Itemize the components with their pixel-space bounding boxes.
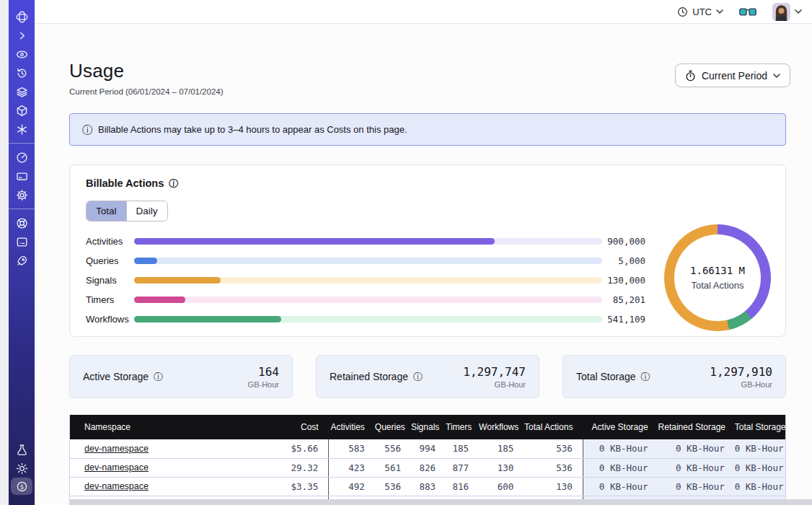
bar-label: Queries — [86, 255, 134, 266]
bar-track — [134, 277, 602, 284]
stopwatch-icon — [685, 70, 696, 82]
table-cell: 0 KB-Hour — [658, 477, 735, 496]
column-header-workflows: Workflows — [479, 415, 524, 439]
storage-summary-row: Active Storageⓘ164GB-HourRetained Storag… — [69, 355, 786, 398]
table-cell: 130 — [524, 477, 583, 496]
table-cell: 883 — [411, 477, 446, 496]
storage-card-value: 1,297,747 — [463, 365, 526, 379]
table-cell: 0 KB-Hour — [583, 439, 658, 458]
column-header-timers: Timers — [446, 415, 479, 439]
credit-card-icon[interactable] — [9, 167, 35, 185]
table-cell: 561 — [375, 458, 411, 477]
storage-card-unit: GB-Hour — [495, 380, 526, 389]
chevron-down-icon — [795, 9, 802, 14]
bar-label: Workflows — [86, 314, 134, 325]
table-cell: 600 — [479, 477, 524, 496]
table-cell: 423 — [329, 458, 375, 477]
clock-icon — [677, 6, 688, 17]
table-row: dev-namespace$3.354925368838166001300 KB… — [70, 477, 785, 496]
table-cell: $3.35 — [283, 477, 329, 496]
gauge-icon[interactable] — [9, 148, 35, 167]
info-icon: ⓘ — [82, 125, 92, 135]
table-cell: 583 — [329, 439, 375, 458]
namespace-cell: dev-namespace — [70, 439, 283, 458]
lifebuoy-icon[interactable] — [9, 214, 35, 232]
gear-icon[interactable] — [9, 185, 35, 204]
page-header: Usage Current Period (06/01/2024 – 07/01… — [69, 60, 224, 96]
table-cell: 826 — [411, 458, 446, 477]
console-icon[interactable] — [9, 232, 35, 251]
chevron-down-icon — [773, 74, 780, 78]
storage-card-active-storage: Active Storageⓘ164GB-Hour — [69, 355, 293, 398]
column-header-retained-storage: Retained Storage — [658, 415, 735, 439]
table-cell: 130 — [479, 458, 524, 477]
cube-icon[interactable] — [9, 101, 35, 120]
namespace-link[interactable]: dev-namespace — [84, 481, 149, 491]
namespace-cell: dev-namespace — [70, 477, 283, 496]
storage-card-label: Active Storage — [83, 371, 149, 382]
column-header-cost: Cost — [283, 415, 329, 439]
table-cell: 536 — [524, 439, 583, 458]
user-menu[interactable] — [772, 3, 802, 21]
bar-track — [134, 238, 602, 245]
bar-value: 85,201 — [602, 294, 645, 305]
donut-total-label: Total Actions — [692, 280, 744, 291]
storage-card-unit: GB-Hour — [248, 380, 279, 389]
table-cell: 816 — [446, 477, 479, 496]
namespace-link[interactable]: dev-namespace — [84, 444, 149, 454]
storage-card-total-storage: Total Storageⓘ1,297,910GB-Hour — [562, 355, 786, 398]
flask-icon[interactable] — [9, 440, 35, 459]
bar-fill — [134, 277, 221, 284]
table-cell: 0 KB-Hour — [735, 458, 785, 477]
asterisk-icon[interactable] — [9, 120, 35, 139]
bar-fill — [134, 297, 185, 303]
table-cell: 536 — [524, 458, 583, 477]
chevron-right-icon[interactable] — [9, 26, 35, 45]
info-icon: ⓘ — [413, 372, 423, 382]
storage-card-value: 1,297,910 — [710, 365, 772, 379]
column-header-signals: Signals — [411, 415, 446, 439]
bar-fill — [134, 316, 281, 322]
bar-track — [134, 316, 602, 322]
table-cell: 185 — [479, 439, 524, 458]
svg-text:$: $ — [19, 483, 23, 490]
tab-total[interactable]: Total — [87, 201, 126, 221]
storage-card-label: Retained Storage — [330, 371, 408, 382]
glasses-icon[interactable] — [739, 7, 756, 17]
eye-icon[interactable] — [9, 45, 35, 63]
main-area: UTC Usage Current Period (06/01/2024 – — [35, 0, 812, 505]
bar-fill — [134, 238, 495, 245]
page-title: Usage — [69, 60, 224, 82]
timezone-label: UTC — [692, 6, 712, 17]
bar-track — [134, 258, 602, 264]
table-cell: 0 KB-Hour — [735, 439, 785, 458]
tab-daily[interactable]: Daily — [126, 201, 167, 221]
layers-icon[interactable] — [9, 82, 35, 101]
donut-total-value: 1.66131 M — [690, 265, 745, 276]
billable-actions-title: Billable Actions ⓘ — [86, 177, 178, 189]
timezone-selector[interactable]: UTC — [677, 6, 723, 17]
sun-icon[interactable] — [9, 459, 35, 478]
namespace-link[interactable]: dev-namespace — [84, 462, 149, 473]
clock-rotate-icon[interactable] — [9, 63, 35, 82]
table-cell: 877 — [446, 458, 479, 477]
sidebar-divider — [9, 143, 35, 144]
column-header-total-storage: Total Storage — [735, 415, 785, 439]
info-icon: ⓘ — [154, 372, 163, 382]
sidebar: $ — [9, 0, 35, 505]
sidebar-divider — [9, 208, 35, 209]
table-cell: 492 — [329, 477, 375, 496]
current-period-button[interactable]: Current Period — [675, 63, 790, 87]
dollar-coin-icon[interactable]: $ — [11, 478, 32, 495]
column-header-active-storage: Active Storage — [583, 415, 658, 439]
temporal-logo-icon[interactable] — [9, 7, 35, 26]
total-daily-toggle: TotalDaily — [86, 201, 168, 221]
bar-label: Activities — [86, 236, 134, 247]
rocket-icon[interactable] — [9, 251, 35, 270]
bar-value: 130,000 — [602, 275, 645, 286]
storage-card-retained-storage: Retained Storageⓘ1,297,747GB-Hour — [316, 355, 539, 398]
column-header-queries: Queries — [375, 415, 411, 439]
column-header-total-actions: Total Actions — [524, 415, 583, 439]
namespace-cell: dev-namespace — [70, 458, 283, 477]
billable-actions-card: Billable Actions ⓘ TotalDaily Activities… — [69, 164, 786, 337]
